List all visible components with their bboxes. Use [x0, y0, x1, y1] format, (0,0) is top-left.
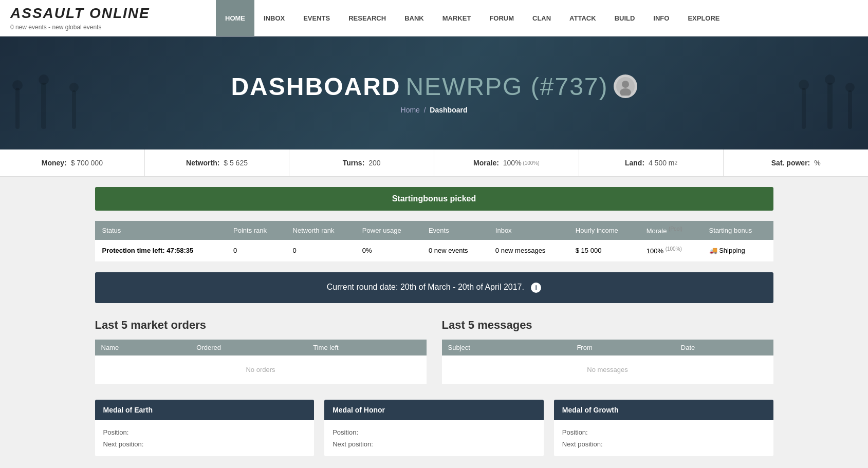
stat-turns: Turns: 200 — [289, 149, 434, 176]
round-banner: Current round date: 20th of March - 20th… — [95, 272, 773, 303]
medal-honor-position: Position: — [333, 426, 535, 438]
breadcrumb: Home / Dashboard — [401, 106, 468, 114]
svg-point-1 — [12, 80, 23, 90]
stat-money: Money: $ 700 000 — [0, 149, 145, 176]
market-table-body: No orders — [95, 355, 427, 384]
col-time-left: Time left — [307, 340, 426, 355]
stats-bar: Money: $ 700 000 Networth: $ 5 625 Turns… — [0, 149, 868, 177]
nav-bank[interactable]: BANK — [395, 0, 433, 36]
avatar-icon — [616, 77, 635, 96]
cell-morale: 100% (100%) — [639, 240, 702, 261]
breadcrumb-home[interactable]: Home — [401, 106, 420, 114]
dashboard-label: DASHBOARD — [231, 72, 400, 101]
logo-area: ASSAULT ONLINE 0 new events - new global… — [0, 0, 216, 36]
svg-rect-6 — [802, 88, 806, 129]
morale-label: Morale: — [473, 159, 499, 167]
svg-rect-0 — [15, 88, 20, 129]
svg-point-9 — [825, 74, 835, 85]
nav-home[interactable]: HOME — [216, 0, 254, 36]
medal-growth-next: Next position: — [562, 438, 765, 450]
market-table-header: Name Ordered Time left — [95, 340, 427, 355]
round-date-text: Current round date: 20th of March - 20th… — [327, 283, 524, 291]
stat-satpower: Sat. power: % — [724, 149, 868, 176]
col-name: Name — [95, 340, 191, 355]
col-date: Date — [675, 340, 773, 355]
cell-status: Protection time left: 47:58:35 — [95, 240, 227, 261]
svg-rect-10 — [848, 90, 852, 129]
table-row: Protection time left: 47:58:35 0 0 0% 0 … — [95, 240, 773, 261]
stat-land: Land: 4 500 m2 — [579, 149, 724, 176]
medal-growth: Medal of Growth Position: Next position: — [554, 400, 773, 456]
next-label: Next position: — [103, 440, 144, 448]
col-ordered: Ordered — [190, 340, 307, 355]
nav-inbox[interactable]: INBOX — [254, 0, 294, 36]
cell-inbox: 0 new messages — [488, 240, 568, 261]
svg-point-5 — [69, 83, 79, 92]
medal-earth-header: Medal of Earth — [95, 400, 315, 420]
land-unit: 2 — [675, 160, 678, 166]
money-value: $ 700 000 — [69, 159, 103, 167]
main-content: Startingbonus picked Status Points rank … — [80, 177, 789, 466]
morale-pool-sup: (100%) — [522, 160, 540, 166]
starting-bonus-value: Shipping — [719, 247, 745, 254]
nav-research[interactable]: RESEARCH — [339, 0, 395, 36]
sections: Last 5 market orders Name Ordered Time l… — [95, 319, 773, 384]
col-points-rank: Points rank — [226, 221, 286, 240]
svg-rect-8 — [827, 83, 833, 129]
position-label: Position: — [562, 428, 588, 436]
position-label: Position: — [103, 428, 129, 436]
breadcrumb-current: Dashboard — [430, 106, 467, 114]
nav-clan[interactable]: CLAN — [523, 0, 560, 36]
col-inbox: Inbox — [488, 221, 568, 240]
player-name: NEWRPG (#737) — [405, 72, 608, 101]
medal-growth-body: Position: Next position: — [554, 420, 773, 456]
satpower-label: Sat. power: — [771, 159, 810, 167]
nav-forum[interactable]: FORUM — [480, 0, 523, 36]
turns-value: 200 — [366, 159, 380, 167]
stat-morale: Morale: 100% (100%) — [434, 149, 579, 176]
bonus-banner: Startingbonus picked — [95, 187, 773, 211]
morale-pct: 100% — [647, 248, 663, 255]
cell-events: 0 new events — [421, 240, 488, 261]
table-row: No orders — [95, 355, 427, 384]
col-starting-bonus: Starting bonus — [702, 221, 773, 240]
svg-point-13 — [622, 81, 629, 88]
networth-label: Networth: — [186, 159, 219, 167]
networth-value: $ 5 625 — [221, 159, 248, 167]
avatar — [614, 74, 637, 98]
cell-hourly-income: $ 15 000 — [568, 240, 639, 261]
next-label: Next position: — [562, 440, 603, 448]
medal-growth-header: Medal of Growth — [554, 400, 773, 420]
medal-honor-title: Medal of Honor — [333, 406, 385, 414]
cell-networth-rank: 0 — [286, 240, 355, 261]
col-networth-rank: Networth rank — [286, 221, 355, 240]
medal-growth-title: Medal of Growth — [562, 406, 619, 414]
market-orders-table: Name Ordered Time left No orders — [95, 340, 427, 384]
messages-table-header: Subject From Date — [442, 340, 773, 355]
cell-power-usage: 0% — [355, 240, 421, 261]
svg-rect-2 — [41, 83, 46, 129]
cell-points-rank: 0 — [226, 240, 286, 261]
medal-earth-next: Next position: — [103, 438, 306, 450]
medal-honor: Medal of Honor Position: Next position: — [324, 400, 544, 456]
nav-links: HOME INBOX EVENTS RESEARCH BANK MARKET F… — [216, 0, 868, 36]
messages-table-body: No messages — [442, 355, 773, 384]
status-table: Status Points rank Networth rank Power u… — [95, 221, 773, 262]
nav-info[interactable]: INFO — [644, 0, 678, 36]
col-morale: Morale (Pool) — [639, 221, 702, 240]
table-row: No messages — [442, 355, 773, 384]
nav-build[interactable]: BUILD — [605, 0, 644, 36]
nav-explore[interactable]: EXPLORE — [678, 0, 729, 36]
medals-row: Medal of Earth Position: Next position: … — [95, 400, 773, 456]
hero-silhouette — [0, 57, 868, 149]
no-messages: No messages — [442, 355, 773, 384]
stat-networth: Networth: $ 5 625 — [145, 149, 290, 176]
truck-icon: 🚚 — [709, 247, 717, 254]
nav-attack[interactable]: ATTACK — [560, 0, 605, 36]
navigation: ASSAULT ONLINE 0 new events - new global… — [0, 0, 868, 36]
medal-honor-header: Medal of Honor — [324, 400, 544, 420]
col-hourly-income: Hourly income — [568, 221, 639, 240]
nav-events[interactable]: EVENTS — [294, 0, 339, 36]
nav-market[interactable]: MARKET — [433, 0, 481, 36]
svg-point-3 — [39, 74, 49, 85]
